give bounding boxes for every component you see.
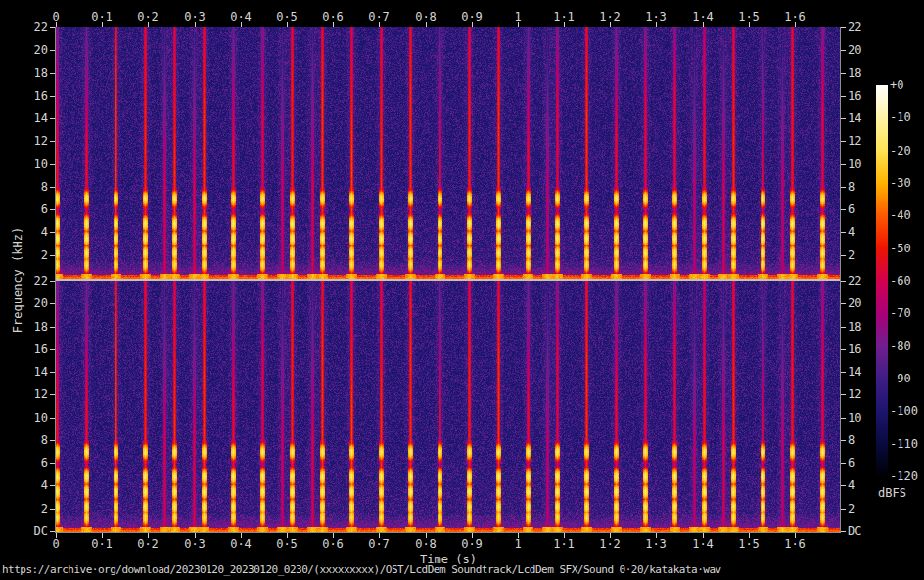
time-tick-label-bottom: 0·2 [137,538,159,550]
colorbar-tick-label: -110 [890,438,918,450]
freq-tick-right [841,303,846,304]
freq-tick-right [841,349,846,350]
time-tick-label-bottom: 0·8 [415,538,437,550]
time-tick-label-bottom: 1·4 [692,538,714,550]
freq-tick-right [841,50,846,51]
freq-tick-left [50,209,55,210]
freq-tick-label-right: 12 [848,135,861,147]
freq-tick-label-left: 4 [13,226,48,238]
freq-tick-label-left: 20 [13,44,48,56]
time-tick-label-top: 0·9 [461,11,483,22]
freq-tick-right [841,327,846,328]
freq-tick-right [841,118,846,119]
footer-url: https://archive·org/download/20230120_20… [2,564,721,576]
time-tick-label-top: 0·8 [415,11,437,22]
freq-tick-right [841,209,846,210]
plot-border-left [55,27,56,533]
colorbar-tick-label: -40 [890,209,911,221]
freq-tick-label-left: 4 [13,479,48,491]
freq-tick-label-right: 22 [848,275,861,287]
freq-tick-label-left: 8 [13,434,48,446]
dc-label-left: DC [13,525,48,537]
freq-tick-label-right: 2 [848,249,855,261]
colorbar-tick-label: +0 [890,79,903,91]
freq-tick-left [50,73,55,74]
freq-tick-left [50,281,55,282]
freq-tick-left [50,303,55,304]
freq-tick-label-left: 12 [13,135,48,147]
colorbar-tick-label: -50 [890,243,911,254]
colorbar-gradient [876,85,888,476]
freq-tick-right [841,394,846,395]
colorbar-tick-label: -10 [890,112,911,123]
colorbar-tick-label: -100 [890,405,918,417]
colorbar-tick-label: -70 [890,307,911,319]
freq-tick-right [841,187,846,188]
colorbar-tick-label: -80 [890,340,911,352]
freq-tick-left [50,118,55,119]
freq-tick-right [841,73,846,74]
freq-tick-left [50,164,55,165]
freq-tick-left [50,463,55,464]
freq-tick-right [841,372,846,373]
freq-tick-label-right: 22 [848,22,861,33]
freq-tick-label-right: 2 [848,503,855,514]
time-tick-label-top: 0·5 [276,11,298,22]
freq-tick-label-left: 8 [13,181,48,193]
freq-tick-label-left: 16 [13,90,48,102]
freq-tick-label-right: 20 [848,297,861,309]
freq-tick-label-right: 10 [848,158,861,170]
colorbar-tick-label: -120 [890,470,918,482]
freq-tick-left [50,141,55,142]
time-tick-label-top: 0 [52,11,59,22]
colorbar-tick-label: -90 [890,373,911,384]
freq-tick-label-left: 14 [13,366,48,378]
freq-tick-label-left: 12 [13,388,48,400]
freq-tick-label-right: 4 [848,226,855,238]
freq-tick-label-right: 4 [848,479,855,491]
time-tick-label-top: 1·3 [645,11,667,22]
freq-tick-left [50,255,55,256]
freq-tick-right [841,418,846,419]
freq-tick-right [841,255,846,256]
freq-tick-left [50,418,55,419]
freq-tick-right [841,531,846,532]
freq-tick-label-right: 14 [848,112,861,124]
freq-tick-label-right: 16 [848,90,861,102]
freq-tick-label-left: 6 [13,203,48,215]
time-tick-label-top: 0·1 [91,11,113,22]
freq-tick-label-right: 12 [848,388,861,400]
time-tick-label-bottom: 0·9 [461,538,483,550]
freq-tick-right [841,141,846,142]
time-tick-label-bottom: 1·6 [784,538,806,550]
time-tick-label-top: 1·2 [599,11,621,22]
time-tick-label-bottom: 0·4 [230,538,252,550]
time-tick-label-bottom: 1·2 [599,538,621,550]
freq-tick-label-right: 6 [848,203,855,215]
freq-tick-left [50,50,55,51]
freq-tick-right [841,440,846,441]
time-tick-label-bottom: 0·6 [322,538,344,550]
time-tick-label-bottom: 1·3 [645,538,667,550]
freq-tick-label-right: 8 [848,181,855,193]
freq-tick-left [50,96,55,97]
freq-tick-label-left: 10 [13,412,48,424]
freq-tick-left [50,187,55,188]
time-tick-label-bottom: 1·1 [553,538,575,550]
freq-tick-left [50,509,55,510]
freq-tick-right [841,485,846,486]
colorbar-tick-label: -30 [890,177,911,189]
time-tick-label-bottom: 0·7 [368,538,390,550]
time-tick-label-bottom: 0·3 [184,538,206,550]
time-tick-label-top: 0·7 [368,11,390,22]
spectrogram-channel-1 [56,27,840,279]
time-tick-label-top: 0·3 [184,11,206,22]
freq-tick-label-right: 14 [848,366,861,378]
time-tick-label-top: 1·4 [692,11,714,22]
time-tick-label-top: 0·2 [137,11,159,22]
freq-tick-label-right: 18 [848,321,861,333]
freq-tick-label-left: 10 [13,158,48,170]
colorbar-unit-label: dBFS [878,487,906,499]
freq-tick-label-right: 20 [848,44,861,56]
time-tick-label-bottom: 0·5 [276,538,298,550]
